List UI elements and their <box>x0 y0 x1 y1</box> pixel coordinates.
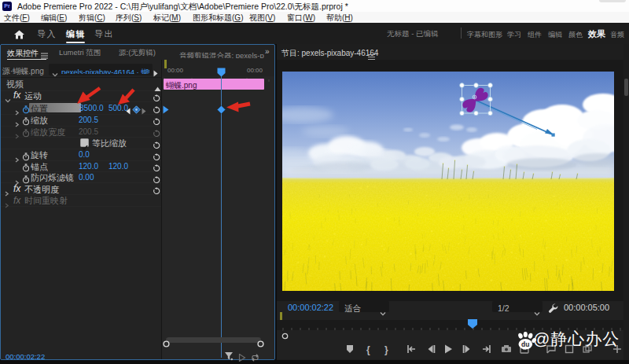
svg-text:du: du <box>521 340 529 348</box>
